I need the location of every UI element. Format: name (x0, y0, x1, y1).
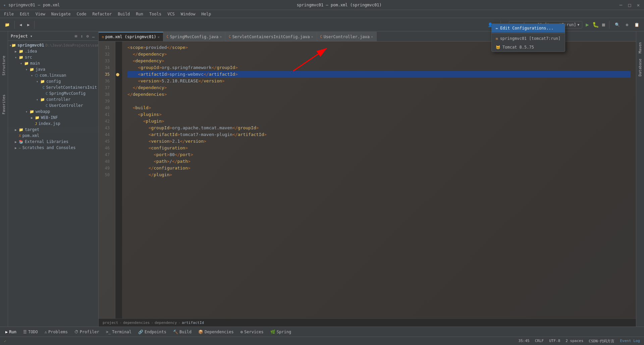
tree-item-webapp[interactable]: ▾ 📁 webapp (8, 109, 98, 115)
status-crlf[interactable]: CRLF (535, 339, 544, 344)
dropdown-item-springmvc01[interactable]: m springmvc01 [tomcat7:run] (492, 34, 565, 43)
tree-label-target: target (25, 127, 39, 132)
menu-run[interactable]: Run (133, 11, 146, 17)
tree-item-spring-mvc-config[interactable]: C SpringMvcConfig (8, 90, 98, 96)
tree-item-idea[interactable]: ▶ 📁 .idea (8, 48, 98, 54)
status-indent[interactable]: 2 spaces (566, 339, 583, 344)
maven-panel-label[interactable]: Maven (637, 40, 644, 56)
menu-help[interactable]: Help (199, 11, 214, 17)
bottom-todo-btn[interactable]: ☰ TODO (20, 329, 41, 335)
bottom-build-btn[interactable]: 🔨 Build (170, 329, 194, 335)
tree-item-src[interactable]: ▾ 📁 src (8, 54, 98, 60)
tree-item-webinf[interactable]: ▶ 📁 WEB-INF (8, 115, 98, 121)
favorites-panel-label[interactable]: Favorites (0, 92, 7, 117)
run-label: Run (9, 330, 16, 334)
bottom-terminal-btn[interactable]: >_ Terminal (103, 329, 134, 335)
tree-item-target[interactable]: ▶ 📁 target (8, 127, 98, 133)
database-panel-label[interactable]: Database (637, 56, 644, 79)
stop-button[interactable]: ⏹ (601, 22, 606, 27)
sidebar-sort-btn[interactable]: ↕ (79, 33, 84, 39)
bottom-problems-btn[interactable]: ⚠ Problems (42, 329, 70, 335)
menu-refactor[interactable]: Refactor (90, 11, 114, 17)
breadcrumb-dependencies: dependencies (123, 321, 150, 325)
problems-icon: ⚠ (45, 330, 47, 334)
status-bar: ✓ 35:45 CRLF UTF-8 2 spaces CSDN·代码方言 Ev… (0, 337, 644, 345)
sidebar-filter-btn[interactable]: ⚙ (86, 33, 90, 39)
sidebar: Project ▾ ⊞ ↕ ⚙ … ▾ 📁 springmvc01 D:\Jav… (8, 31, 99, 327)
services-icon: ⚙ (240, 330, 243, 334)
dropdown-separator (492, 33, 565, 33)
tree-item-controller[interactable]: ▾ 📁 controller (8, 96, 98, 102)
menu-code[interactable]: Code (74, 11, 89, 17)
tab-pom-xml[interactable]: m pom.xml (springmvc01) ✕ (99, 32, 163, 41)
maximize-button[interactable]: □ (627, 3, 632, 7)
tab-servlet-init-close[interactable]: ✕ (311, 35, 313, 39)
toolbar-search-btn[interactable]: 🔍 (613, 21, 622, 28)
tree-item-main[interactable]: ▾ 📁 main (8, 60, 98, 66)
tab-spring-mvc[interactable]: C SpringMvcConfig.java ✕ (163, 32, 226, 41)
debug-button[interactable]: 🐛 (592, 21, 599, 28)
tab-user-ctrl-close[interactable]: ✕ (371, 35, 373, 39)
terminal-icon: >_ (106, 330, 111, 334)
bottom-run-btn[interactable]: ▶ Run (3, 329, 19, 335)
toolbar-back-btn[interactable]: ◀ (17, 21, 24, 28)
menu-vcs[interactable]: VCS (165, 11, 177, 17)
menu-file[interactable]: File (1, 11, 16, 17)
menu-window[interactable]: Window (178, 11, 198, 17)
endpoints-label: Endpoints (145, 330, 166, 334)
toolbar-settings-btn[interactable]: ⚙ (624, 21, 630, 28)
dropdown-edit-config[interactable]: ✏ Edit Configurations... (492, 24, 565, 32)
menu-build[interactable]: Build (115, 11, 132, 17)
menu-navigate[interactable]: Navigate (49, 11, 73, 17)
tab-user-controller[interactable]: C UserController.java ✕ (317, 32, 377, 41)
sidebar-more-btn[interactable]: … (91, 33, 96, 39)
code-line-38: </dependencies> (127, 91, 631, 98)
sidebar-header-icons: ⊞ ↕ ⚙ … (74, 33, 96, 39)
tree-item-package[interactable]: ▾ ⬡ com.linxuan (8, 72, 98, 78)
menu-view[interactable]: View (33, 11, 48, 17)
bottom-endpoints-btn[interactable]: 🔗 Endpoints (136, 329, 169, 335)
tree-item-java[interactable]: ▾ 📁 java (8, 66, 98, 72)
toolbar-git-btn[interactable]: 📋 (632, 21, 641, 28)
menu-edit[interactable]: Edit (17, 11, 32, 17)
dropdown-item-tomcat[interactable]: 🐱 Tomcat 8.5.75 (492, 43, 565, 52)
tree-item-user-controller[interactable]: C UserController (8, 102, 98, 109)
breadcrumb: project › dependencies › dependency › ar… (99, 319, 636, 327)
run-button[interactable]: ▶ (584, 21, 590, 28)
tree-label-scratches: Scratches and Consoles (22, 145, 76, 150)
services-label: Services (244, 330, 264, 334)
sidebar-collapse-btn[interactable]: ⊞ (74, 33, 78, 39)
bottom-spring-btn[interactable]: 🌿 Spring (268, 329, 294, 335)
bottom-profiler-btn[interactable]: ⏱ Profiler (72, 329, 102, 335)
editor-content[interactable]: 31 32 33 34 35 36 37 38 39 40 41 42 43 4… (99, 42, 636, 319)
dependencies-label: Dependencies (205, 330, 234, 334)
toolbar-project-btn[interactable]: 📁 (3, 21, 12, 28)
tree-item-servlet-init[interactable]: C ServletContainersInit (8, 84, 98, 90)
status-time: 35:45 (519, 339, 530, 344)
bottom-dependencies-btn[interactable]: 📦 Dependencies (196, 329, 236, 335)
tree-item-scratches[interactable]: ▶ ✏ Scratches and Consoles (8, 145, 98, 151)
event-log-btn[interactable]: Event Log (620, 339, 640, 344)
code-line-43: <groupId>org.apache.tomcat.maven</groupI… (127, 125, 631, 131)
tree-item-config[interactable]: ▾ 📁 config (8, 78, 98, 84)
bottom-services-btn[interactable]: ⚙ Services (238, 329, 266, 335)
tree-item-root[interactable]: ▾ 📁 springmvc01 D:\Java\IdeaProjects\ssm… (8, 42, 98, 48)
tree-item-index-jsp[interactable]: J index.jsp (8, 121, 98, 127)
code-line-39 (127, 98, 631, 105)
menu-tools[interactable]: Tools (147, 11, 164, 17)
tomcat-config-icon: 🐱 (496, 45, 500, 50)
maven-panel[interactable]: Maven Database (636, 31, 644, 327)
close-button[interactable]: ✕ (636, 3, 641, 7)
tree-item-ext-libs[interactable]: ▶ 📚 External Libraries (8, 139, 98, 145)
toolbar-fwd-btn[interactable]: ▶ (25, 21, 32, 28)
code-line-33: <dependency> (127, 58, 631, 64)
code-area[interactable]: <scope>provided</scope> </dependency> <d… (122, 42, 636, 319)
structure-panel-label[interactable]: Structure (0, 53, 7, 78)
tab-spring-mvc-close[interactable]: ✕ (220, 35, 222, 39)
tab-servlet-init[interactable]: C ServletContainersInitConfig.java ✕ (225, 32, 317, 41)
tree-item-pom[interactable]: X pom.xml (8, 133, 98, 139)
minimize-button[interactable]: ─ (619, 3, 623, 7)
status-encoding[interactable]: UTF-8 (549, 339, 560, 344)
tab-pom-close[interactable]: ✕ (158, 35, 160, 39)
run-config-dropdown[interactable]: ✏ Edit Configurations... m springmvc01 [… (491, 23, 565, 52)
